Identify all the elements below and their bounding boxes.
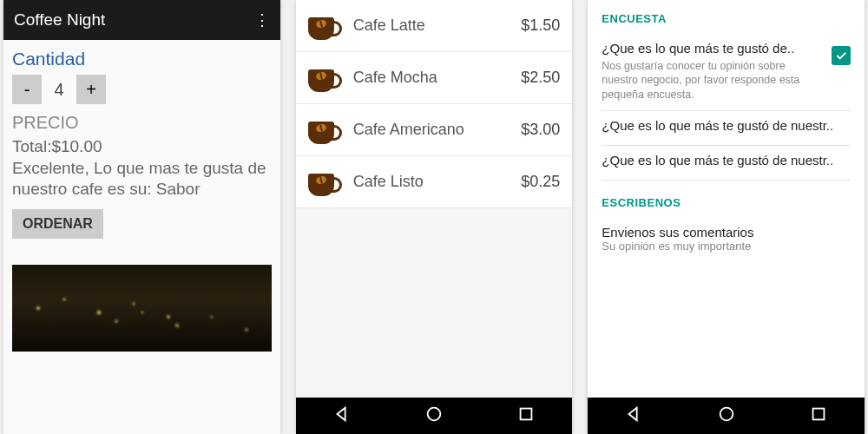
order-button[interactable]: ORDENAR <box>12 209 103 239</box>
survey-item[interactable]: ¿Que es lo que más te gustó de nuestr.. <box>602 111 851 146</box>
quantity-stepper: - 4 + <box>12 75 272 104</box>
qty-minus-button[interactable]: - <box>12 75 42 104</box>
menu-item[interactable]: Cafe Listo $0.25 <box>296 156 573 208</box>
item-price: $0.25 <box>521 173 560 191</box>
encuesta-header: ENCUESTA <box>602 12 851 25</box>
writeus-item[interactable]: Envienos sus comentarios Su opinión es m… <box>602 218 851 260</box>
item-name: Cafe Listo <box>353 173 510 191</box>
menu-item[interactable]: Cafe Latte $1.50 <box>296 0 573 52</box>
check-icon <box>834 49 848 62</box>
survey-content: ENCUESTA ¿Que es lo que más te gustó de.… <box>588 0 865 398</box>
writeus-title: Envienos sus comentarios <box>602 225 851 240</box>
survey-title: ¿Que es lo que más te gustó de.. <box>602 41 851 56</box>
quantity-label: Cantidad <box>12 49 272 69</box>
qty-value: 4 <box>49 80 69 100</box>
qty-plus-button[interactable]: + <box>76 75 106 104</box>
app-bar: Coffee Night ⋮ <box>3 0 280 40</box>
svg-point-2 <box>720 408 733 421</box>
coffee-cup-icon <box>308 168 341 196</box>
coffee-cup-icon <box>308 116 341 144</box>
svg-rect-1 <box>521 409 532 420</box>
app-title: Coffee Night <box>14 10 105 30</box>
recents-icon[interactable] <box>499 398 553 434</box>
home-icon[interactable] <box>407 398 461 434</box>
hero-image <box>12 265 272 352</box>
order-content: Cantidad - 4 + PRECIO Total:$10.00 Excel… <box>3 40 280 357</box>
home-icon[interactable] <box>700 398 753 434</box>
menu-item[interactable]: Cafe Mocha $2.50 <box>296 52 573 104</box>
coffee-cup-icon <box>308 12 341 40</box>
menu-item[interactable]: Cafe Americano $3.00 <box>296 104 573 156</box>
phone-survey: ENCUESTA ¿Que es lo que más te gustó de.… <box>588 0 865 434</box>
item-price: $1.50 <box>521 16 560 35</box>
survey-desc: Nos gustaría conocer tu opinión sobre nu… <box>602 59 851 102</box>
survey-title: ¿Que es lo que más te gustó de nuestr.. <box>602 153 851 168</box>
item-name: Cafe Latte <box>353 16 510 35</box>
item-name: Cafe Americano <box>353 121 510 139</box>
price-label: PRECIO <box>12 113 272 133</box>
survey-checkbox[interactable] <box>832 46 851 65</box>
survey-title: ¿Que es lo que más te gustó de nuestr.. <box>602 118 851 133</box>
order-summary: Total:$10.00 Excelente, Lo que mas te gu… <box>12 136 272 201</box>
recents-icon[interactable] <box>792 398 845 434</box>
phone-order: Coffee Night ⋮ Cantidad - 4 + PRECIO Tot… <box>3 0 280 434</box>
item-price: $2.50 <box>521 69 560 87</box>
svg-rect-3 <box>812 409 824 420</box>
coffee-cup-icon <box>308 64 341 92</box>
item-price: $3.00 <box>521 121 560 139</box>
menu-list[interactable]: Cafe Latte $1.50 Cafe Mocha $2.50 Cafe A… <box>296 0 573 398</box>
svg-point-0 <box>428 408 441 421</box>
survey-item[interactable]: ¿Que es lo que más te gustó de nuestr.. <box>602 146 851 181</box>
android-navbar <box>588 398 865 434</box>
android-navbar <box>296 398 573 434</box>
survey-item[interactable]: ¿Que es lo que más te gustó de.. Nos gus… <box>602 34 851 111</box>
item-name: Cafe Mocha <box>353 69 510 87</box>
phone-menu: Cafe Latte $1.50 Cafe Mocha $2.50 Cafe A… <box>296 0 573 434</box>
writeus-desc: Su opinión es muy importante <box>602 240 851 253</box>
back-icon[interactable] <box>607 398 661 434</box>
escribenos-header: ESCRIBENOS <box>602 196 851 209</box>
back-icon[interactable] <box>315 398 369 434</box>
overflow-menu-icon[interactable]: ⋮ <box>254 10 270 30</box>
